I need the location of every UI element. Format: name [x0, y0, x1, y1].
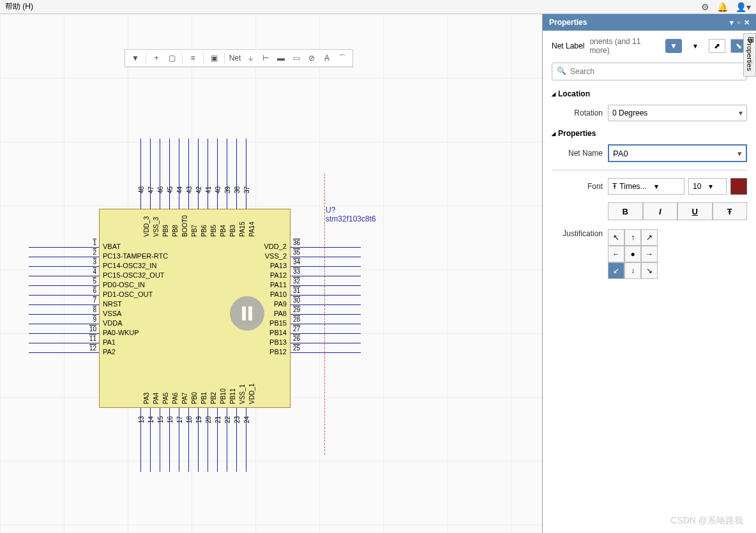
rotation-dropdown[interactable]: 0 Degrees: [608, 105, 747, 121]
toolbar-btn-4[interactable]: ▣: [208, 52, 220, 64]
toolbar-btn-11[interactable]: A: [321, 52, 333, 64]
justify-cell-0[interactable]: ↖: [608, 229, 624, 246]
justify-cell-6[interactable]: ↙: [608, 262, 624, 279]
justification-label: Justification: [552, 229, 603, 238]
watermark: CSDN @系咯路我: [670, 515, 743, 527]
bold-button[interactable]: B: [608, 202, 643, 220]
panel-title: Properties: [549, 18, 587, 27]
component-designator: U?: [326, 206, 335, 214]
search-input[interactable]: [552, 63, 747, 80]
font-size-dropdown[interactable]: 10: [688, 178, 727, 195]
font-family-dropdown[interactable]: Ŧ Times...: [608, 178, 684, 195]
side-tab-icon: ⊞: [748, 35, 754, 44]
toolbar-btn-7[interactable]: ⊢: [259, 52, 272, 64]
toolbar-btn-6[interactable]: ⏚: [244, 52, 257, 64]
strike-button[interactable]: Ŧ: [713, 202, 748, 220]
gear-icon[interactable]: ⚙: [701, 2, 709, 12]
pause-overlay-icon: [230, 296, 264, 331]
justify-cell-5[interactable]: →: [641, 246, 658, 262]
toolbar-btn-1[interactable]: +: [150, 52, 163, 64]
schematic-canvas[interactable]: ▼+▢≡▣Net⏚⊢▬▭⊘A⌒ U? stm32f103c8t6 1VBAT2P…: [0, 14, 542, 533]
filter-icon[interactable]: ▼: [665, 39, 682, 53]
component-part: stm32f103c8t6: [326, 214, 376, 223]
justification-grid: ↖↑↗←●→↙↓↘: [608, 229, 658, 279]
section-location[interactable]: Location: [552, 89, 747, 98]
bell-icon[interactable]: 🔔: [717, 2, 728, 12]
user-icon[interactable]: 👤▾: [736, 2, 751, 12]
justify-cell-2[interactable]: ↗: [641, 229, 658, 246]
font-label: Font: [552, 182, 603, 191]
toolbar-btn-5[interactable]: Net: [229, 52, 241, 64]
panel-dropdown-icon[interactable]: ▾: [730, 19, 734, 27]
font-icon: Ŧ: [612, 182, 617, 191]
net-name-label: Net Name: [552, 149, 603, 158]
toolbar-btn-2[interactable]: ▢: [165, 52, 178, 64]
panel-float-icon[interactable]: ▫: [737, 19, 740, 27]
section-properties[interactable]: Properties: [552, 129, 747, 138]
net-name-input[interactable]: PA0: [608, 144, 747, 162]
rotation-label: Rotation: [552, 109, 603, 117]
properties-panel: Properties ▾ ▫ ✕ Net Label onents (and 1…: [542, 14, 756, 533]
panel-header: Properties ▾ ▫ ✕: [543, 14, 756, 31]
select-mode-1-icon[interactable]: ⬈: [709, 39, 725, 53]
panel-close-icon[interactable]: ✕: [744, 19, 750, 27]
toolbar-btn-0[interactable]: ▼: [129, 52, 142, 64]
toolbar-btn-3[interactable]: ≡: [186, 52, 199, 64]
filter-summary: onents (and 11 more): [589, 37, 660, 55]
justify-cell-4[interactable]: ●: [624, 246, 641, 262]
toolbar-btn-8[interactable]: ▬: [275, 52, 287, 64]
justify-cell-3[interactable]: ←: [608, 246, 624, 262]
font-color-swatch[interactable]: [730, 178, 747, 195]
toolbar-btn-9[interactable]: ▭: [290, 52, 303, 64]
justify-cell-1[interactable]: ↑: [624, 229, 641, 246]
toolbar-btn-12[interactable]: ⌒: [336, 52, 349, 64]
object-type-label: Net Label: [552, 41, 584, 50]
active-bar: ▼+▢≡▣Net⏚⊢▬▭⊘A⌒: [125, 49, 353, 67]
justify-cell-8[interactable]: ↘: [641, 262, 658, 279]
toolbar-btn-10[interactable]: ⊘: [305, 52, 318, 64]
underline-button[interactable]: U: [677, 202, 713, 220]
justify-cell-7[interactable]: ↓: [624, 262, 641, 279]
italic-button[interactable]: I: [643, 202, 678, 220]
help-menu[interactable]: 帮助 (H): [5, 1, 33, 12]
